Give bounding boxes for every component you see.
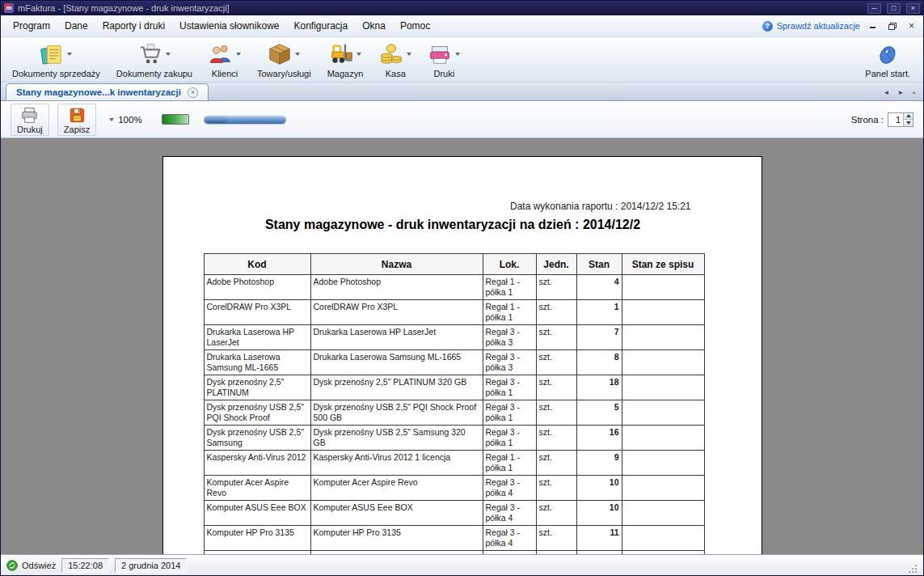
cell-jedn: szt. bbox=[536, 400, 576, 426]
tab-bar-controls: ◄ ► × bbox=[880, 88, 918, 100]
menu-item[interactable]: Program bbox=[6, 17, 57, 35]
menu-item[interactable]: Okna bbox=[355, 17, 393, 35]
cell-nazwa: Komputer ASUS Eee BOX bbox=[310, 501, 483, 526]
cell-lok: Regał 1 - półka 1 bbox=[483, 275, 536, 300]
zoom-value: 100% bbox=[118, 115, 141, 125]
cell-kod: Kaspersky Anti-Virus 2012 bbox=[204, 451, 310, 476]
menubar-right: ? Sprawdź aktualizacje × bbox=[762, 20, 918, 32]
dropdown-icon[interactable] bbox=[407, 53, 411, 56]
mdi-close-button[interactable]: × bbox=[905, 20, 918, 32]
close-button[interactable]: × bbox=[906, 3, 920, 14]
time-display: 15:22:08 bbox=[61, 558, 109, 573]
down-arrow-icon bbox=[906, 121, 911, 125]
dropdown-icon[interactable] bbox=[357, 53, 361, 56]
minimize-icon bbox=[870, 23, 875, 28]
cell-jedn: szt. bbox=[536, 350, 576, 375]
mdi-restore-button[interactable] bbox=[885, 20, 899, 32]
tab-bar-close-button[interactable]: × bbox=[909, 88, 918, 97]
restore-window-icon bbox=[888, 23, 897, 30]
menu-item[interactable]: Ustawienia słownikowe bbox=[172, 17, 286, 35]
page-label: Strona : bbox=[851, 115, 884, 125]
spinner-down-button[interactable] bbox=[904, 119, 913, 126]
zoom-slider[interactable] bbox=[204, 115, 286, 124]
maximize-button[interactable]: □ bbox=[887, 3, 901, 14]
update-link[interactable]: Sprawdź aktualizacje bbox=[777, 21, 860, 31]
toolbar-button-goods-services[interactable]: Towary/usługi bbox=[252, 39, 316, 79]
toolbar-button-label: Panel start. bbox=[865, 69, 910, 78]
cell-stan: 10 bbox=[576, 476, 622, 501]
cell-stan-ze-spisu bbox=[622, 451, 704, 476]
tab-close-icon[interactable]: × bbox=[188, 87, 198, 98]
toolbar-button-prints[interactable]: Druki bbox=[423, 39, 465, 79]
toolbar-button-purchase-documents[interactable]: Dokumenty zakupu bbox=[112, 39, 197, 79]
sales-documents-icon bbox=[40, 42, 64, 66]
resize-grip[interactable] bbox=[908, 564, 918, 574]
panel-start-button[interactable]: Panel start. bbox=[860, 39, 915, 79]
menu-item[interactable]: Raporty i druki bbox=[95, 17, 172, 35]
dropdown-icon bbox=[109, 118, 114, 121]
zoom-slider-handle[interactable] bbox=[205, 116, 228, 123]
minimize-button[interactable]: ─ bbox=[867, 3, 881, 14]
table-row: Komputer ASUS Eee BOX Komputer ASUS Eee … bbox=[204, 501, 704, 526]
tab-scroll-left-button[interactable]: ◄ bbox=[880, 88, 892, 97]
date-display: 2 grudnia 2014 bbox=[115, 558, 187, 573]
toolbar-button-warehouse[interactable]: Magazyn bbox=[323, 39, 369, 79]
mdi-minimize-button[interactable] bbox=[866, 20, 880, 32]
cell-stan-ze-spisu bbox=[622, 375, 704, 400]
dropdown-icon[interactable] bbox=[67, 53, 72, 56]
menu-item[interactable]: Konfiguracja bbox=[286, 17, 355, 35]
cell-stan-ze-spisu bbox=[622, 325, 704, 350]
cell-jedn: szt. bbox=[536, 375, 576, 400]
toolbar-button-clients[interactable]: Klienci bbox=[204, 39, 246, 79]
refresh-button[interactable]: Odśwież bbox=[6, 560, 56, 571]
cell-nazwa: CorelDRAW Pro X3PL bbox=[310, 300, 483, 325]
cell-nazwa: Drukarka Laserowa HP LaserJet bbox=[310, 325, 483, 350]
cell-stan-ze-spisu bbox=[622, 350, 704, 375]
toolbar-button-cash[interactable]: Kasa bbox=[374, 39, 416, 79]
zoom-dropdown[interactable]: 100% bbox=[109, 115, 141, 125]
cell-kod: CorelDRAW Pro X3PL bbox=[204, 300, 310, 325]
print-button[interactable]: Drukuj bbox=[11, 104, 49, 136]
cell-lok: Regał 1 - półka 1 bbox=[483, 451, 536, 476]
report-title: Stany magazynowe - druk inwentaryzacji n… bbox=[204, 218, 702, 232]
table-row: Dysk przenośny USB 2,5" PQI Shock Proof … bbox=[204, 400, 704, 426]
report-date: Data wykonania raportu : 2014/12/2 15:21 bbox=[204, 201, 702, 212]
cell-stan: 1 bbox=[576, 300, 622, 325]
toolbar-button-label: Klienci bbox=[212, 69, 238, 78]
preview-area[interactable]: Data wykonania raportu : 2014/12/2 15:21… bbox=[1, 138, 923, 554]
purchase-documents-icon bbox=[138, 42, 162, 66]
toolbar-button-sales-documents[interactable]: Dokumenty sprzedaży bbox=[7, 39, 105, 79]
cell-kod: Drukarka Laserowa Samsung ML-1665 bbox=[204, 350, 310, 375]
dropdown-icon[interactable] bbox=[166, 53, 171, 56]
cell-kod: Komputer Acer Aspire Revo bbox=[204, 476, 310, 501]
app-icon: m bbox=[4, 3, 14, 13]
cell-jedn: szt. bbox=[536, 325, 576, 350]
dropdown-icon[interactable] bbox=[455, 53, 460, 56]
toolbar-button-label: Druki bbox=[433, 69, 454, 78]
spinner-up-button[interactable] bbox=[904, 113, 913, 120]
cell-lok: Regał 3 - półka 1 bbox=[483, 400, 536, 426]
dropdown-icon[interactable] bbox=[236, 53, 241, 56]
menu-item[interactable]: Dane bbox=[57, 17, 95, 35]
cell-stan-ze-spisu bbox=[622, 476, 704, 501]
dropdown-icon[interactable] bbox=[295, 53, 300, 56]
floppy-icon bbox=[68, 106, 86, 125]
page-spinner-value: 1 bbox=[888, 113, 903, 126]
save-button[interactable]: Zapisz bbox=[57, 104, 96, 136]
menu-item[interactable]: Pomoc bbox=[393, 17, 437, 35]
cell-lok: Regał 3 - półka 1 bbox=[483, 375, 536, 400]
status-bar: Odśwież 15:22:08 2 grudnia 2014 bbox=[1, 554, 923, 575]
report-page: Data wykonania raportu : 2014/12/2 15:21… bbox=[162, 156, 762, 554]
tab-stany-magazynowe[interactable]: Stany magazynowe...k inwentaryzacji × bbox=[6, 83, 209, 100]
cell-nazwa: Komputer Acer Aspire Revo bbox=[310, 476, 483, 501]
cell-kod: Komputer HP Pro 3135 bbox=[204, 526, 310, 551]
table-row: Kaspersky Anti-Virus 2012 Kaspersky Anti… bbox=[204, 451, 704, 476]
page-spinner[interactable]: 1 bbox=[888, 112, 913, 127]
cell-lok: Regał 3 - półka 3 bbox=[483, 325, 536, 350]
toolbar-button-label: Kasa bbox=[386, 69, 406, 78]
cell-stan-ze-spisu bbox=[622, 526, 704, 551]
toolbar-button-label: Magazyn bbox=[327, 69, 364, 78]
tab-scroll-right-button[interactable]: ► bbox=[895, 88, 906, 97]
up-arrow-icon bbox=[906, 114, 911, 117]
cell-stan: 11 bbox=[576, 526, 622, 551]
